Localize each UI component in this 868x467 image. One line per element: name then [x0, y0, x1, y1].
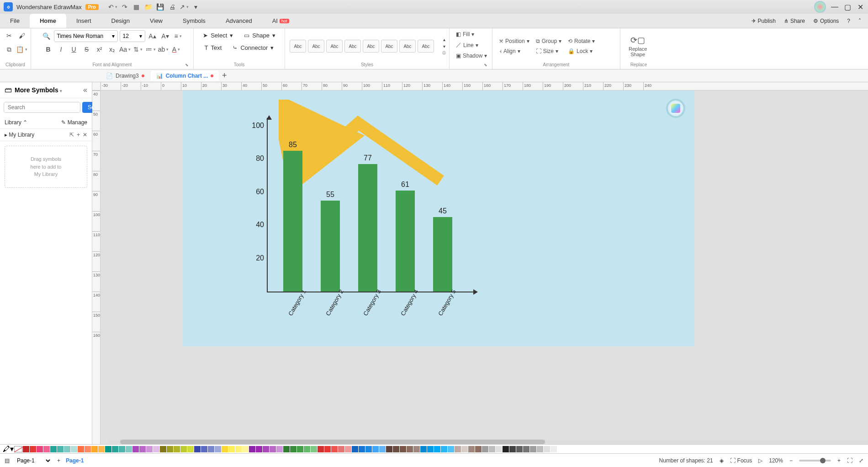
color-swatch[interactable]	[64, 446, 70, 452]
color-swatch[interactable]	[544, 446, 550, 452]
more-symbols-dropdown[interactable]: More Symbols	[15, 86, 62, 94]
menu-symbols[interactable]: Symbols	[173, 14, 216, 28]
close-library-button[interactable]: ✕	[83, 132, 87, 138]
font-dialog-launcher[interactable]: ⬊	[185, 63, 189, 67]
style-swatch[interactable]: Abc	[290, 40, 306, 53]
maximize-button[interactable]: ▢	[843, 3, 852, 11]
color-swatch[interactable]	[270, 446, 276, 452]
collapse-sidebar-button[interactable]: «	[83, 86, 87, 94]
color-swatch[interactable]	[420, 446, 427, 452]
options-button[interactable]: ⚙Options	[813, 18, 839, 24]
help-button[interactable]: ?	[847, 18, 850, 24]
open-button[interactable]: 📁	[145, 3, 152, 11]
color-swatch[interactable]	[91, 446, 98, 452]
font-family-select[interactable]: Times New Roman▾	[54, 30, 118, 42]
publish-button[interactable]: ✈Publish	[752, 18, 776, 24]
shadow-button[interactable]: ▣Shadow▾	[454, 52, 489, 60]
style-swatch[interactable]: Abc	[381, 40, 397, 53]
italic-button[interactable]: I	[56, 44, 67, 55]
print-button[interactable]: 🖨	[169, 3, 176, 11]
style-swatch[interactable]: Abc	[308, 40, 324, 53]
color-swatch[interactable]	[276, 446, 283, 452]
my-library-toggle[interactable]: ▸ My Library	[5, 132, 34, 138]
color-swatch[interactable]	[98, 446, 105, 452]
color-swatch[interactable]	[132, 446, 139, 452]
color-swatch[interactable]	[57, 446, 64, 452]
presentation-button[interactable]: ▷	[758, 457, 762, 464]
doc-tab-drawing3[interactable]: 📄Drawing3	[101, 71, 150, 81]
color-swatch[interactable]	[222, 446, 228, 452]
text-align-button[interactable]: ≡	[173, 31, 184, 42]
color-swatch[interactable]	[324, 446, 331, 452]
color-swatch[interactable]	[215, 446, 221, 452]
color-swatch[interactable]	[208, 446, 214, 452]
color-swatch[interactable]	[345, 446, 351, 452]
color-swatch[interactable]	[119, 446, 125, 452]
select-tool[interactable]: ➤Select▾	[198, 30, 238, 41]
increase-font-button[interactable]: A▴	[147, 31, 158, 42]
minimize-button[interactable]: —	[831, 3, 839, 11]
save-button[interactable]: 💾	[157, 3, 164, 11]
color-swatch[interactable]	[509, 446, 516, 452]
color-swatch[interactable]	[249, 446, 255, 452]
color-swatch[interactable]	[359, 446, 365, 452]
style-dialog-launcher[interactable]: ⬊	[484, 63, 487, 67]
canvas[interactable]: 2040608010085Category 155Category 277Cat…	[101, 90, 868, 444]
copy-button[interactable]: ⧉	[4, 44, 15, 55]
style-swatch[interactable]: Abc	[399, 40, 416, 53]
underline-button[interactable]: U	[69, 44, 79, 55]
close-button[interactable]: ✕	[856, 3, 864, 11]
share-button[interactable]: ⋔Share	[784, 18, 805, 24]
color-swatch[interactable]	[30, 446, 36, 452]
strike-button[interactable]: S	[81, 44, 92, 55]
qat-more-button[interactable]: ▾	[192, 3, 200, 11]
style-swatch[interactable]: Abc	[344, 40, 361, 53]
color-swatch[interactable]	[37, 446, 43, 452]
color-swatch[interactable]	[297, 446, 303, 452]
symbol-search-input[interactable]	[4, 102, 80, 113]
color-swatch[interactable]	[242, 446, 249, 452]
page-list-button[interactable]: ▤	[5, 457, 10, 464]
scrollbar-thumb[interactable]	[120, 440, 545, 444]
fill-button[interactable]: ◧Fill▾	[454, 30, 476, 38]
highlight-button[interactable]: ab	[158, 44, 169, 55]
menu-view[interactable]: View	[140, 14, 173, 28]
menu-design[interactable]: Design	[101, 14, 140, 28]
color-swatch[interactable]	[263, 446, 269, 452]
color-swatch[interactable]	[352, 446, 358, 452]
color-swatch[interactable]	[338, 446, 344, 452]
group-button[interactable]: ⧉Group▾	[534, 37, 563, 45]
column-chart[interactable]: 2040608010085Category 155Category 277Cat…	[265, 118, 475, 305]
color-swatch[interactable]	[434, 446, 440, 452]
styles-more[interactable]: ⦾	[439, 50, 450, 56]
styles-gallery[interactable]: AbcAbcAbcAbcAbcAbcAbcAbc	[290, 40, 434, 53]
replace-shape-button[interactable]: ⟳▢ Replace Shape	[625, 35, 651, 57]
color-swatch[interactable]	[475, 446, 482, 452]
style-swatch[interactable]: Abc	[418, 40, 434, 53]
color-swatch[interactable]	[235, 446, 242, 452]
color-swatch[interactable]	[153, 446, 159, 452]
line-button[interactable]: ／Line▾	[454, 40, 480, 50]
zoom-in-button[interactable]: +	[837, 457, 841, 464]
color-swatch[interactable]	[448, 446, 454, 452]
zoom-out-button[interactable]: −	[789, 457, 793, 464]
color-swatch[interactable]	[180, 446, 187, 452]
style-swatch[interactable]: Abc	[326, 40, 343, 53]
color-swatch[interactable]	[290, 446, 296, 452]
page-tab[interactable]: Page-1	[66, 457, 84, 464]
fit-page-button[interactable]: ⛶	[847, 457, 852, 464]
color-swatch[interactable]	[537, 446, 543, 452]
bar[interactable]	[283, 151, 302, 292]
color-swatch[interactable]	[496, 446, 502, 452]
undo-button[interactable]: ↶	[109, 3, 116, 11]
color-swatch[interactable]	[393, 446, 399, 452]
redo-button[interactable]: ↷	[121, 3, 128, 11]
color-swatch[interactable]	[372, 446, 379, 452]
bar[interactable]	[433, 217, 452, 292]
color-swatch[interactable]	[194, 446, 201, 452]
menu-file[interactable]: File	[0, 14, 30, 28]
cut-button[interactable]: ✂	[4, 30, 15, 41]
color-swatch[interactable]	[228, 446, 235, 452]
color-swatch[interactable]	[283, 446, 290, 452]
add-page-button[interactable]: +	[57, 457, 60, 464]
